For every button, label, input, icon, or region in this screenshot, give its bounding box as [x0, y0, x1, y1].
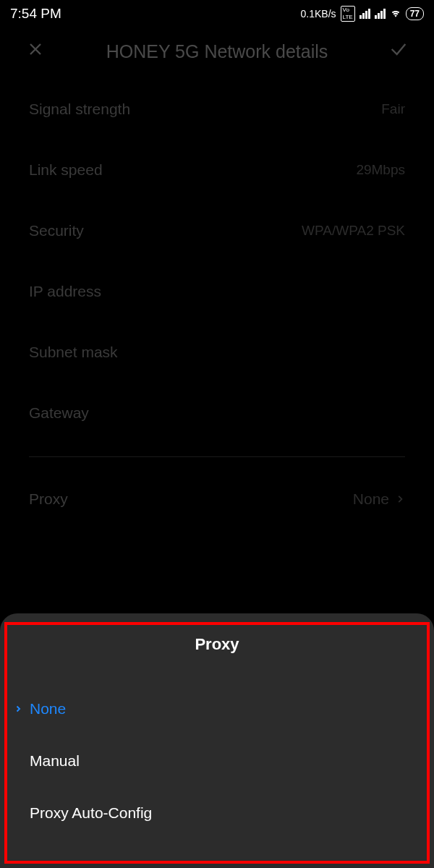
- signal-icon: [359, 9, 370, 19]
- status-bar: 7:54 PM 0.1KB/s VoLTE 77: [0, 0, 434, 25]
- label-link-speed: Link speed: [29, 161, 103, 179]
- status-time: 7:54 PM: [10, 6, 61, 22]
- selected-indicator-icon: [11, 704, 25, 714]
- signal-icon-2: [375, 9, 386, 19]
- wifi-icon: [390, 9, 401, 19]
- battery-icon: 77: [406, 7, 424, 20]
- close-icon[interactable]: [25, 39, 46, 64]
- value-proxy: None: [353, 490, 405, 508]
- row-security: Security WPA/WPA2 PSK: [29, 200, 405, 261]
- row-proxy[interactable]: Proxy None: [29, 470, 405, 528]
- proxy-bottom-sheet: Proxy None Manual Proxy Auto-Config: [0, 613, 434, 868]
- page-title: HONEY 5G Network details: [46, 41, 388, 62]
- option-text-manual: Manual: [25, 752, 80, 770]
- row-gateway: Gateway: [29, 383, 405, 443]
- data-rate: 0.1KB/s: [301, 8, 336, 20]
- value-security: WPA/WPA2 PSK: [302, 223, 405, 239]
- volte-icon: VoLTE: [341, 6, 355, 22]
- sheet-title: Proxy: [0, 635, 434, 654]
- label-subnet-mask: Subnet mask: [29, 344, 118, 361]
- label-security: Security: [29, 222, 84, 239]
- option-text-auto: Proxy Auto-Config: [25, 804, 152, 822]
- header: HONEY 5G Network details: [0, 25, 434, 79]
- row-ip-address: IP address: [29, 261, 405, 322]
- proxy-value-text: None: [353, 490, 389, 508]
- details-list: Signal strength Fair Link speed 29Mbps S…: [0, 79, 434, 528]
- proxy-option-auto[interactable]: Proxy Auto-Config: [0, 787, 434, 839]
- value-link-speed: 29Mbps: [356, 162, 405, 178]
- option-text-none: None: [25, 700, 66, 718]
- label-proxy: Proxy: [29, 490, 68, 508]
- proxy-option-manual[interactable]: Manual: [0, 735, 434, 787]
- row-link-speed: Link speed 29Mbps: [29, 140, 405, 200]
- confirm-icon[interactable]: [388, 39, 409, 64]
- label-ip-address: IP address: [29, 283, 101, 300]
- label-signal-strength: Signal strength: [29, 101, 130, 118]
- chevron-right-icon: [395, 494, 405, 504]
- proxy-option-none[interactable]: None: [0, 683, 434, 735]
- status-right: 0.1KB/s VoLTE 77: [301, 6, 424, 22]
- value-signal-strength: Fair: [381, 101, 405, 117]
- row-subnet-mask: Subnet mask: [29, 322, 405, 383]
- divider: [29, 456, 405, 457]
- row-signal-strength: Signal strength Fair: [29, 79, 405, 140]
- label-gateway: Gateway: [29, 404, 89, 422]
